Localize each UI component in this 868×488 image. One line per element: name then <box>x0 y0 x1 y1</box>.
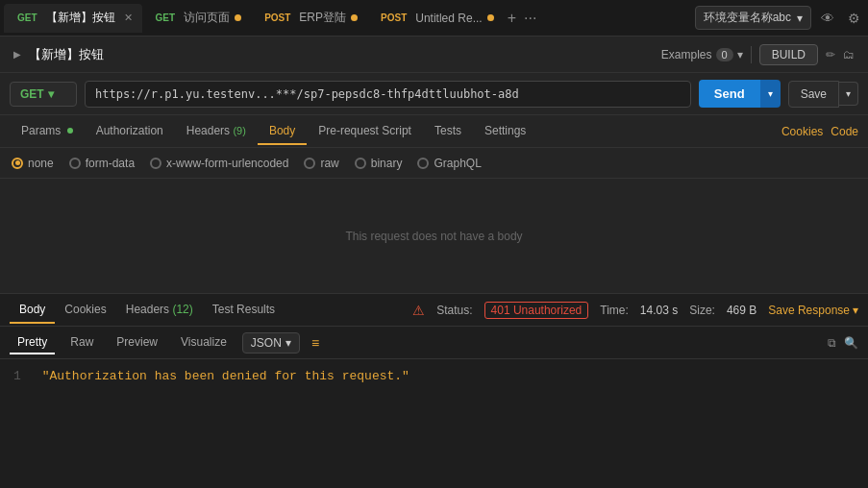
option-urlencoded[interactable]: x-www-form-urlencoded <box>150 157 288 170</box>
format-selector[interactable]: JSON ▾ <box>242 332 300 354</box>
save-response-btn[interactable]: Save Response ▾ <box>768 304 858 317</box>
method-label: GET <box>20 87 44 101</box>
req-tab-right: Cookies Code <box>781 125 858 138</box>
status-warning-icon: ⚠ <box>412 303 425 318</box>
settings-icon[interactable]: ⚙ <box>844 7 864 30</box>
new-tab-btn[interactable]: + <box>504 10 520 27</box>
tab-erplogin[interactable]: POST ERP登陆 <box>251 4 367 33</box>
params-label: Params <box>21 124 61 137</box>
status-label: Status: <box>436 304 472 317</box>
save-icon[interactable]: 🗂 <box>843 48 855 61</box>
tab-dot-visitpage <box>235 14 241 21</box>
response-status-area: ⚠ Status: 401 Unauthorized Time: 14.03 s… <box>412 302 858 319</box>
urlencoded-label: x-www-form-urlencoded <box>166 157 288 170</box>
resp-tab-body[interactable]: Body <box>10 297 55 324</box>
response-body: 1 "Authorization has been denied for thi… <box>0 359 868 393</box>
auth-label: Authorization <box>96 124 163 137</box>
prerequest-label: Pre-request Script <box>318 124 411 137</box>
headers-count: (9) <box>233 125 245 136</box>
tab-authorization[interactable]: Authorization <box>85 118 175 145</box>
format-tab-visualize[interactable]: Visualize <box>173 331 235 354</box>
url-input[interactable] <box>85 81 691 108</box>
format-wrap-icon[interactable]: ≡ <box>308 333 323 353</box>
time-value: 14.03 s <box>640 304 678 317</box>
request-tabs: Params Authorization Headers (9) Body Pr… <box>0 115 868 148</box>
method-arrow: ▾ <box>48 87 54 101</box>
copy-icon[interactable]: ⧉ <box>828 336 836 350</box>
size-label: Size: <box>689 304 715 317</box>
tab-method-post4: POST <box>377 12 410 24</box>
tab-dot-untitled <box>487 14 494 21</box>
save-dropdown-btn[interactable]: ▾ <box>839 82 858 106</box>
tab-dot-erplogin <box>351 14 358 21</box>
send-button[interactable]: Send <box>699 80 760 108</box>
headers-label: Headers <box>186 124 230 137</box>
option-graphql[interactable]: GraphQL <box>417 157 481 170</box>
resp-headers-count: (12) <box>172 303 192 316</box>
env-dropdown-arrow: ▾ <box>797 12 803 25</box>
format-tab-pretty[interactable]: Pretty <box>10 331 55 354</box>
format-tab-preview[interactable]: Preview <box>109 331 165 354</box>
request-name-row: ▶ 【新增】按钮 Examples 0 ▾ BUILD ✏ 🗂 <box>0 37 868 73</box>
save-button[interactable]: Save <box>788 81 839 108</box>
response-tabs-row: Body Cookies Headers (12) Test Results ⚠… <box>0 294 868 327</box>
format-tab-raw[interactable]: Raw <box>62 331 101 354</box>
tab-close-btn[interactable]: ✕ <box>124 12 133 24</box>
tab-params[interactable]: Params <box>10 118 85 145</box>
examples-arrow: ▾ <box>737 48 743 61</box>
resp-tab-headers[interactable]: Headers (12) <box>116 297 203 324</box>
tab-settings[interactable]: Settings <box>473 118 537 145</box>
line-number-1: 1 <box>13 369 21 383</box>
more-tabs-btn[interactable]: ··· <box>520 10 540 27</box>
tab-headers[interactable]: Headers (9) <box>175 118 258 145</box>
resp-body-label: Body <box>19 303 45 316</box>
tab-method-get: GET <box>13 12 41 24</box>
edit-icon[interactable]: ✏ <box>826 48 835 61</box>
params-dot <box>67 128 73 134</box>
tab-bar-actions: 环境变量名称abc ▾ 👁 ⚙ <box>695 6 864 30</box>
eye-icon[interactable]: 👁 <box>817 7 838 30</box>
radio-binary-dot <box>355 158 366 169</box>
option-none[interactable]: none <box>12 157 54 170</box>
option-raw[interactable]: raw <box>304 157 338 170</box>
method-selector[interactable]: GET ▾ <box>10 82 77 107</box>
tab-method-get2: GET <box>152 12 180 24</box>
build-button[interactable]: BUILD <box>759 44 818 65</box>
tab-tests[interactable]: Tests <box>423 118 473 145</box>
search-icon[interactable]: 🔍 <box>844 336 858 350</box>
preview-label: Preview <box>116 335 158 349</box>
binary-label: binary <box>371 157 403 170</box>
examples-btn[interactable]: Examples 0 ▾ <box>661 48 743 61</box>
resp-tab-test-results[interactable]: Test Results <box>203 297 285 324</box>
option-binary[interactable]: binary <box>355 157 403 170</box>
tab-newbtn[interactable]: GET 【新增】按钮 ✕ <box>4 4 142 33</box>
tab-body[interactable]: Body <box>258 118 307 145</box>
env-selector[interactable]: 环境变量名称abc ▾ <box>695 6 811 30</box>
tab-prerequest[interactable]: Pre-request Script <box>307 118 423 145</box>
tests-label: Tests <box>434 124 461 137</box>
tab-untitled[interactable]: POST Untitled Re... <box>367 4 504 33</box>
url-row: GET ▾ Send ▾ Save ▾ <box>0 73 868 115</box>
tab-label-newbtn: 【新增】按钮 <box>46 10 115 26</box>
response-format-row: Pretty Raw Preview Visualize JSON ▾ ≡ ⧉ … <box>0 327 868 359</box>
tab-visitpage[interactable]: GET 访问页面 <box>142 4 252 33</box>
code-link[interactable]: Code <box>831 125 858 138</box>
none-label: none <box>28 157 54 170</box>
save-btn-group: Save ▾ <box>788 81 858 108</box>
tab-bar: GET 【新增】按钮 ✕ GET 访问页面 POST ERP登陆 POST Un… <box>0 0 868 37</box>
send-btn-group: Send ▾ <box>699 80 781 108</box>
cookies-link[interactable]: Cookies <box>781 125 823 138</box>
body-content: This request does not have a body <box>0 179 868 294</box>
radio-urlencoded-dot <box>150 158 161 169</box>
resp-cookies-label: Cookies <box>64 303 106 316</box>
settings-label: Settings <box>484 124 526 137</box>
body-placeholder-text: This request does not have a body <box>345 230 522 243</box>
resp-tab-cookies[interactable]: Cookies <box>55 297 115 324</box>
send-dropdown-btn[interactable]: ▾ <box>760 80 781 108</box>
save-response-arrow: ▾ <box>853 304 858 317</box>
radio-formdata-dot <box>69 158 81 169</box>
raw-format-label: Raw <box>70 335 93 349</box>
option-formdata[interactable]: form-data <box>69 157 135 170</box>
response-content-line1: "Authorization has been denied for this … <box>42 369 409 383</box>
collapse-arrow[interactable]: ▶ <box>13 49 21 60</box>
